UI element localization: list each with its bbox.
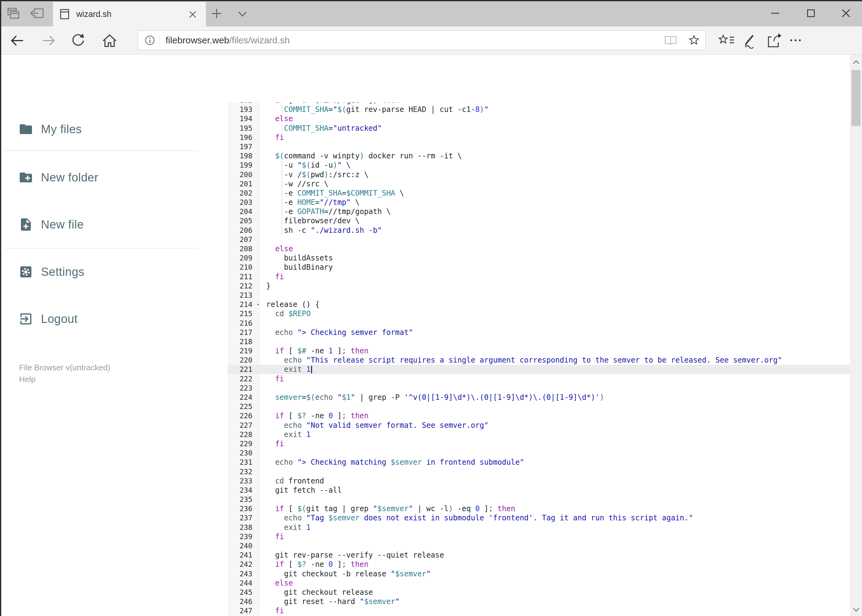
page-scrollbar[interactable] (850, 55, 862, 616)
code-text (260, 291, 850, 300)
code-line[interactable]: 202 -e COMMIT_SHA=$COMMIT_SHA \ (228, 189, 850, 198)
new-file-icon (19, 217, 33, 232)
reading-view-icon[interactable] (663, 33, 678, 48)
window-close-button[interactable] (829, 4, 862, 22)
indent-guide (282, 207, 282, 215)
line-number: 223 (228, 383, 260, 393)
line-number: 198 (228, 151, 260, 160)
code-line[interactable]: 212} (228, 281, 850, 291)
code-line[interactable]: 218 (228, 337, 850, 346)
indent-guide (282, 105, 282, 113)
sidebar-item-my-files[interactable]: My files (0, 111, 222, 148)
code-line[interactable]: 220 echo "This release script requires a… (228, 355, 850, 365)
address-bar[interactable]: filebrowser.web/files/wizard.sh (138, 30, 706, 50)
code-line[interactable]: 230 (228, 448, 850, 457)
browser-navbar: filebrowser.web/files/wizard.sh (0, 27, 862, 55)
code-line[interactable]: 194 else (228, 114, 850, 123)
code-editor[interactable]: 192 if [ -d "$REPO/.git" ]; then193 COMM… (228, 102, 850, 616)
code-line[interactable]: 199 -u "$(id -u)" \ (228, 160, 850, 170)
sidebar-item-new-file[interactable]: New file (0, 206, 222, 243)
tab-preview-button[interactable] (5, 6, 22, 21)
help-link[interactable]: Help (19, 375, 35, 384)
code-line[interactable]: 208 else (228, 244, 850, 253)
code-line[interactable]: 196 fi (228, 133, 850, 142)
scroll-down-icon[interactable] (850, 604, 862, 616)
code-line[interactable]: 239 fi (228, 532, 850, 541)
code-line[interactable]: 238 exit 1 (228, 523, 850, 532)
code-line[interactable]: 217 echo "> Checking semver format" (228, 328, 850, 337)
code-line[interactable]: 192 if [ -d "$REPO/.git" ]; then (228, 102, 850, 105)
window-minimize-button[interactable] (758, 4, 792, 22)
code-line[interactable]: 193 COMMIT_SHA="$(git rev-parse HEAD | c… (228, 105, 850, 114)
tab-close-icon[interactable] (188, 9, 198, 20)
home-button[interactable] (100, 31, 120, 50)
set-tabs-aside-button[interactable] (28, 6, 46, 21)
code-line[interactable]: 210 buildBinary (228, 262, 850, 272)
share-button[interactable] (763, 30, 784, 50)
code-line[interactable]: 237 echo "Tag $semver does not exist in … (228, 513, 850, 523)
code-line[interactable]: 213 (228, 291, 850, 300)
code-line[interactable]: 226 if [ $? -ne 0 ]; then (228, 411, 850, 420)
site-info-icon[interactable] (144, 35, 155, 46)
code-line[interactable]: 227 echo "Not valid semver format. See s… (228, 421, 850, 430)
code-line[interactable]: 214▾release () { (228, 300, 850, 309)
code-line[interactable]: 231 echo "> Checking matching $semver in… (228, 457, 850, 467)
code-line[interactable]: 219 if [ $# -ne 1 ]; then (228, 346, 850, 355)
code-line[interactable]: 243 git checkout -b release "$semver" (228, 569, 850, 578)
code-line[interactable]: 234 git fetch --all (228, 486, 850, 495)
code-line[interactable]: 211 fi (228, 272, 850, 281)
window-maximize-button[interactable] (794, 4, 828, 22)
sidebar-item-new-folder[interactable]: New folder (0, 159, 222, 196)
code-line[interactable]: 207 (228, 235, 850, 244)
new-tab-button[interactable] (209, 7, 225, 20)
code-line[interactable]: 236 if [ $(git tag | grep "$semver" | wc… (228, 504, 850, 513)
code-line[interactable]: 225 (228, 402, 850, 411)
code-line[interactable]: 241 git rev-parse --verify --quiet relea… (228, 550, 850, 560)
line-number: 243 (228, 569, 260, 578)
code-line[interactable]: 232 (228, 467, 850, 476)
favorite-star-icon[interactable] (686, 33, 702, 48)
web-note-pen-button[interactable] (739, 30, 761, 50)
forward-button[interactable] (39, 31, 58, 50)
code-line[interactable]: 221 exit 1 (228, 365, 850, 374)
sidebar-item-settings[interactable]: Settings (0, 253, 222, 290)
tab-list-chevron-down-icon[interactable] (235, 8, 251, 20)
code-line[interactable]: 201 -w //src \ (228, 179, 850, 189)
code-line[interactable]: 200 -v /$(pwd):/src:z \ (228, 170, 850, 179)
code-line[interactable]: 235 (228, 495, 850, 504)
code-line[interactable]: 197 (228, 142, 850, 151)
code-line[interactable]: 240 (228, 541, 850, 550)
browser-tab[interactable]: wizard.sh (53, 2, 206, 27)
code-line[interactable]: 245 git checkout release (228, 588, 850, 597)
code-line[interactable]: 209 buildAssets (228, 253, 850, 262)
code-text: git checkout -b release "$semver" (260, 569, 850, 578)
code-line[interactable]: 195 COMMIT_SHA="untracked" (228, 124, 850, 133)
favorites-hub-button[interactable] (716, 30, 738, 50)
code-line[interactable]: 247 fi (228, 606, 850, 615)
code-line[interactable]: 216 (228, 319, 850, 328)
reload-button[interactable] (68, 31, 88, 50)
code-line[interactable]: 215 cd $REPO (228, 309, 850, 318)
code-line[interactable]: 222 fi (228, 374, 850, 383)
indent-guide (282, 189, 282, 197)
code-line[interactable]: 242 if [ $? -ne 0 ]; then (228, 560, 850, 569)
more-menu-button[interactable] (785, 30, 806, 50)
code-line[interactable]: 204 -e GOPATH=//tmp/gopath \ (228, 207, 850, 216)
fold-arrow-icon[interactable]: ▾ (257, 300, 259, 309)
code-line[interactable]: 224 semver=$(echo "$1" | grep -P '^v(0|[… (228, 393, 850, 402)
code-line[interactable]: 205 filebrowser/dev \ (228, 216, 850, 225)
scroll-up-icon[interactable] (850, 56, 862, 68)
code-line[interactable]: 244 else (228, 578, 850, 588)
scrollbar-thumb[interactable] (851, 70, 860, 126)
code-line[interactable]: 206 sh -c "./wizard.sh -b" (228, 226, 850, 235)
code-line[interactable]: 203 -e HOME="//tmp" \ (228, 198, 850, 207)
sidebar-item-logout[interactable]: Logout (0, 300, 222, 337)
code-line[interactable]: 246 git reset --hard "$semver" (228, 597, 850, 606)
code-line[interactable]: 223 (228, 383, 850, 393)
back-button[interactable] (7, 31, 27, 50)
code-line[interactable]: 233 cd frontend (228, 476, 850, 486)
code-line[interactable]: 229 fi (228, 439, 850, 448)
line-number: 235 (228, 495, 260, 504)
code-line[interactable]: 228 exit 1 (228, 430, 850, 439)
code-line[interactable]: 198 $(command -v winpty) docker run --rm… (228, 151, 850, 160)
